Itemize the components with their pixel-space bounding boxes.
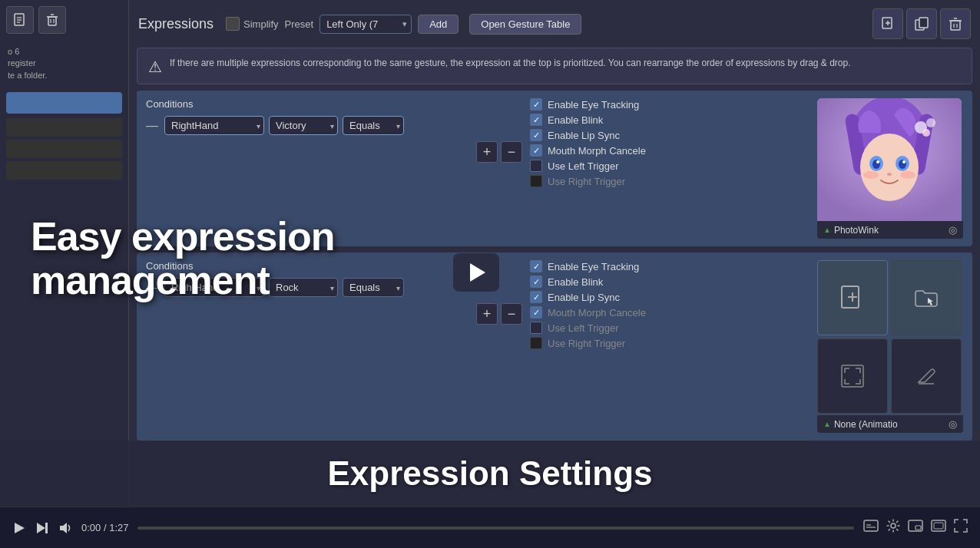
expression-row-1: Conditions — RightHand Victory bbox=[137, 91, 972, 246]
thumb-tri-icon-2: ▲ bbox=[823, 420, 831, 428]
open-gesture-button[interactable]: Open Gesture Table bbox=[469, 14, 581, 35]
lip-sync-row-1: Enable Lip Sync bbox=[530, 129, 809, 141]
right-trigger-label-1: Use Right Trigger bbox=[548, 176, 625, 187]
fullscreen-button[interactable] bbox=[954, 519, 968, 536]
right-trigger-checkbox-1[interactable] bbox=[530, 175, 542, 187]
svg-point-35 bbox=[922, 129, 930, 137]
thumb-grid-folder-1[interactable] bbox=[891, 260, 962, 335]
left-trigger-checkbox-2[interactable] bbox=[530, 322, 542, 334]
lip-sync-label-2: Enable Lip Sync bbox=[548, 292, 620, 303]
lip-sync-checkbox-1[interactable] bbox=[530, 129, 542, 141]
blink-label-1: Enable Blink bbox=[548, 114, 603, 126]
thumb-eye-icon-2[interactable]: ◎ bbox=[949, 418, 957, 430]
operator-select-wrap-1[interactable]: Equals bbox=[343, 116, 404, 135]
subtitles-button[interactable] bbox=[863, 520, 879, 536]
expressions-panel: Expressions Simplify Preset Left Only (7… bbox=[129, 0, 980, 507]
svg-marker-41 bbox=[15, 523, 25, 533]
preset-dropdown-wrap[interactable]: Left Only (7 bbox=[319, 15, 412, 34]
hand-select-wrap-1[interactable]: RightHand bbox=[164, 116, 264, 135]
thumbnail-image-1[interactable] bbox=[817, 98, 962, 221]
thumbnail-label-bar-2: ▲ None (Animatio ◎ bbox=[817, 415, 963, 433]
eye-tracking-checkbox-2[interactable] bbox=[530, 260, 542, 272]
add-condition-btn-1[interactable]: + bbox=[476, 141, 498, 163]
svg-point-31 bbox=[863, 171, 879, 179]
cond-minus-2[interactable]: — bbox=[146, 281, 158, 295]
hand-select-wrap-2[interactable]: RightHand bbox=[164, 278, 264, 297]
right-trigger-label-2: Use Right Trigger bbox=[548, 338, 625, 349]
thumb-grid-expand-1[interactable] bbox=[817, 338, 888, 414]
play-pause-button[interactable] bbox=[12, 521, 26, 535]
thumb-grid-edit-1[interactable] bbox=[891, 338, 962, 414]
svg-rect-13 bbox=[919, 18, 928, 28]
thumbnail-label-bar-1: ▲ PhotoWink ◎ bbox=[817, 221, 963, 239]
sidebar-list-item-3[interactable] bbox=[6, 161, 122, 180]
svg-point-23 bbox=[860, 134, 919, 201]
mouth-morph-checkbox-2[interactable] bbox=[530, 306, 542, 319]
remove-condition-btn-1[interactable]: − bbox=[501, 141, 522, 163]
blink-checkbox-1[interactable] bbox=[530, 114, 542, 126]
remove-condition-btn-2[interactable]: − bbox=[501, 303, 522, 325]
sidebar-selected-folder[interactable] bbox=[6, 92, 122, 114]
svg-marker-44 bbox=[60, 523, 67, 533]
thumb-grid-new-1[interactable] bbox=[817, 260, 888, 335]
conditions-section-1: Conditions — RightHand Victory bbox=[146, 98, 522, 239]
options-section-1: Enable Eye Tracking Enable Blink Enable … bbox=[530, 98, 809, 239]
cond-minus-1[interactable]: — bbox=[146, 119, 158, 133]
svg-rect-4 bbox=[48, 17, 56, 25]
left-trigger-row-1: Use Left Trigger bbox=[530, 160, 809, 172]
mouth-morph-row-2: Mouth Morph Cancele bbox=[530, 306, 809, 319]
svg-point-34 bbox=[926, 118, 935, 127]
panel-title: Expressions bbox=[138, 16, 214, 32]
gesture-select-wrap-2[interactable]: Rock bbox=[269, 278, 338, 297]
gesture-select-1[interactable]: Victory bbox=[269, 116, 338, 135]
blink-row-2: Enable Blink bbox=[530, 276, 809, 288]
left-trigger-checkbox-1[interactable] bbox=[530, 160, 542, 172]
svg-point-30 bbox=[887, 173, 892, 176]
thumb-eye-icon-1[interactable]: ◎ bbox=[949, 224, 957, 236]
pip-button[interactable] bbox=[908, 520, 923, 536]
mouth-morph-checkbox-1[interactable] bbox=[530, 144, 542, 157]
header-icon-buttons bbox=[872, 8, 971, 39]
sidebar-list-item-2[interactable] bbox=[6, 140, 122, 158]
blink-checkbox-2[interactable] bbox=[530, 276, 542, 288]
next-button[interactable] bbox=[35, 521, 49, 535]
gesture-select-2[interactable]: Rock bbox=[269, 278, 338, 297]
theater-button[interactable] bbox=[931, 520, 946, 536]
play-button-overlay[interactable] bbox=[453, 253, 499, 292]
play-triangle-icon bbox=[470, 263, 485, 282]
sidebar-trash-btn[interactable] bbox=[38, 6, 66, 34]
eye-tracking-row-1: Enable Eye Tracking bbox=[530, 98, 809, 111]
operator-select-wrap-2[interactable]: Equals bbox=[343, 278, 404, 297]
hand-select-2[interactable]: RightHand bbox=[164, 278, 264, 297]
simplify-checkbox[interactable] bbox=[226, 17, 240, 31]
eye-tracking-checkbox-1[interactable] bbox=[530, 98, 542, 111]
svg-rect-14 bbox=[951, 21, 960, 30]
delete-expression-button[interactable] bbox=[940, 8, 971, 39]
info-icon: ⚠ bbox=[148, 58, 162, 76]
svg-rect-45 bbox=[864, 520, 878, 531]
lip-sync-checkbox-2[interactable] bbox=[530, 291, 542, 303]
add-condition-btn-2[interactable]: + bbox=[476, 303, 498, 325]
settings-button[interactable] bbox=[886, 519, 900, 536]
info-banner: ⚠ If there are multiple expressions corr… bbox=[137, 48, 972, 84]
svg-marker-42 bbox=[37, 523, 45, 533]
condition-fields-1: — RightHand Victory bbox=[146, 116, 522, 135]
right-trigger-checkbox-2[interactable] bbox=[530, 337, 542, 349]
operator-select-2[interactable]: Equals bbox=[343, 278, 404, 297]
simplify-toggle[interactable]: Simplify bbox=[226, 17, 279, 31]
lip-sync-row-2: Enable Lip Sync bbox=[530, 291, 809, 303]
progress-bar[interactable] bbox=[137, 527, 854, 530]
new-expression-button[interactable] bbox=[872, 8, 903, 39]
hand-select-1[interactable]: RightHand bbox=[164, 116, 264, 135]
eye-tracking-label-1: Enable Eye Tracking bbox=[548, 99, 639, 111]
sidebar-top-buttons bbox=[0, 0, 128, 40]
panel-header: Expressions Simplify Preset Left Only (7… bbox=[129, 0, 980, 48]
copy-expression-button[interactable] bbox=[906, 8, 937, 39]
volume-button[interactable] bbox=[58, 521, 72, 535]
preset-dropdown[interactable]: Left Only (7 bbox=[319, 15, 412, 34]
operator-select-1[interactable]: Equals bbox=[343, 116, 404, 135]
gesture-select-wrap-1[interactable]: Victory bbox=[269, 116, 338, 135]
add-button[interactable]: Add bbox=[418, 15, 459, 34]
sidebar-list-item-1[interactable] bbox=[6, 118, 122, 137]
sidebar-new-btn[interactable] bbox=[6, 6, 34, 34]
